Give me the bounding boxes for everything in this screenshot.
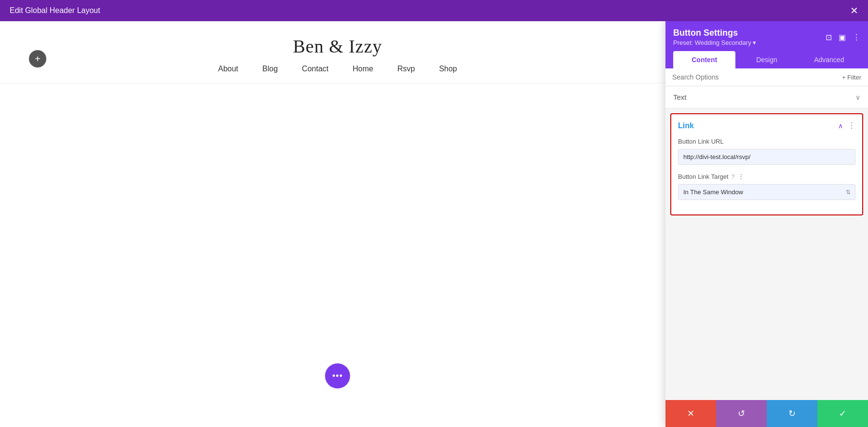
tab-content[interactable]: Content	[673, 51, 735, 68]
cancel-button[interactable]: ✕	[665, 400, 716, 427]
nav-rsvp[interactable]: Rsvp	[397, 65, 415, 73]
chevron-up-icon[interactable]: ∧	[838, 122, 843, 130]
search-bar: + Filter	[665, 68, 868, 86]
tab-advanced[interactable]: Advanced	[798, 51, 860, 68]
add-section-button[interactable]: +	[29, 50, 46, 67]
canvas: + Ben & Izzy About Blog Contact Home Rsv…	[0, 21, 868, 427]
text-section-label: Text	[673, 93, 687, 101]
nav-contact[interactable]: Contact	[302, 65, 328, 73]
nav-about[interactable]: About	[218, 65, 238, 73]
target-select[interactable]: In The Same Window In A New Tab	[678, 184, 855, 200]
chevron-down-icon: ∨	[855, 93, 860, 101]
text-section[interactable]: Text ∨	[665, 86, 868, 108]
save-button[interactable]: ✓	[817, 400, 868, 427]
close-icon[interactable]: ✕	[850, 6, 858, 15]
panel-header: Button Settings Preset: Wedding Secondar…	[665, 21, 868, 68]
panel-title-section: Button Settings Preset: Wedding Secondar…	[673, 28, 756, 46]
panel-view-icon[interactable]: ▣	[839, 33, 846, 42]
nav-blog[interactable]: Blog	[262, 65, 278, 73]
target-label-row: Button Link Target ? ⋮	[678, 173, 855, 180]
undo-button[interactable]: ↺	[716, 400, 767, 427]
target-more-icon[interactable]: ⋮	[738, 173, 745, 180]
link-section: Link ∧ ⋮ Button Link URL Button Link Tar…	[670, 113, 863, 215]
panel-title: Button Settings	[673, 28, 756, 38]
nav-home[interactable]: Home	[353, 65, 373, 73]
url-input[interactable]	[678, 149, 855, 165]
tab-design[interactable]: Design	[735, 51, 798, 68]
panel-header-top: Button Settings Preset: Wedding Secondar…	[673, 28, 860, 46]
dots-menu-button[interactable]: •••	[325, 363, 350, 388]
link-header-controls: ∧ ⋮	[838, 121, 855, 130]
settings-panel: Button Settings Preset: Wedding Secondar…	[665, 21, 868, 427]
link-section-title: Link	[678, 121, 694, 130]
top-bar: Edit Global Header Layout ✕	[0, 0, 868, 21]
panel-preset[interactable]: Preset: Wedding Secondary ▾	[673, 39, 756, 46]
filter-button[interactable]: + Filter	[842, 74, 861, 81]
nav-shop[interactable]: Shop	[439, 65, 457, 73]
top-bar-title: Edit Global Header Layout	[10, 6, 100, 15]
window-view-icon[interactable]: ⊡	[826, 33, 832, 42]
site-header: Ben & Izzy About Blog Contact Home Rsvp …	[0, 21, 675, 83]
panel-tabs: Content Design Advanced	[673, 51, 860, 68]
link-more-icon[interactable]: ⋮	[848, 121, 855, 130]
help-icon[interactable]: ?	[732, 173, 735, 180]
redo-button[interactable]: ↻	[767, 400, 817, 427]
website-preview: + Ben & Izzy About Blog Contact Home Rsv…	[0, 21, 675, 427]
site-nav: About Blog Contact Home Rsvp Shop	[29, 65, 646, 73]
url-field-label: Button Link URL	[678, 138, 855, 145]
panel-body: + Filter Text ∨ Link ∧ ⋮ Bu	[665, 68, 868, 400]
url-field-group: Button Link URL	[678, 138, 855, 165]
site-title: Ben & Izzy	[29, 36, 646, 57]
search-input[interactable]	[672, 73, 842, 81]
panel-footer: ✕ ↺ ↻ ✓	[665, 400, 868, 427]
target-select-wrapper: In The Same Window In A New Tab ⇅	[678, 184, 855, 200]
panel-header-icons: ⊡ ▣ ⋮	[826, 33, 860, 42]
target-field-label: Button Link Target	[678, 173, 729, 180]
more-options-icon[interactable]: ⋮	[853, 33, 860, 42]
link-header: Link ∧ ⋮	[678, 121, 855, 130]
target-field-group: Button Link Target ? ⋮ In The Same Windo…	[678, 173, 855, 200]
